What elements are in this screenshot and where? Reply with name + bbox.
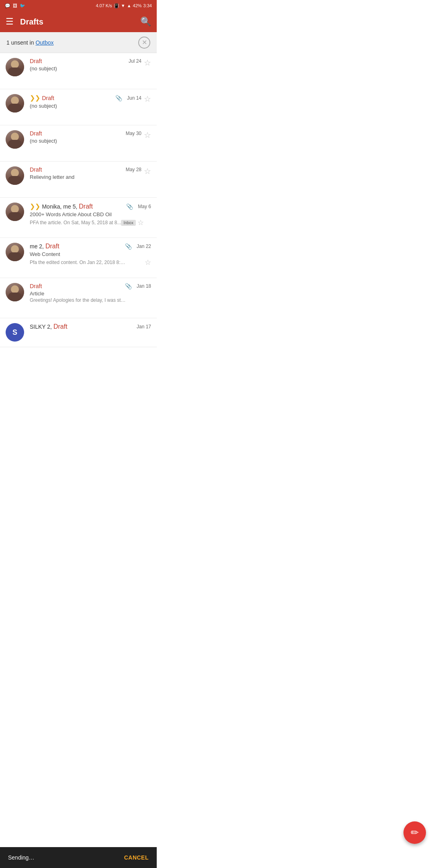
email-subject: (no subject)	[30, 138, 141, 144]
email-list: Draft Jul 24 (no subject) ☆ ❯❯ Draft	[0, 53, 157, 347]
email-preview-row: PFA the article. On Sat, May 5, 2018 at …	[30, 218, 151, 227]
email-actions: ☆	[144, 130, 151, 140]
email-header: SILKY 2, Draft Jan 17	[30, 323, 151, 330]
email-content: SILKY 2, Draft Jan 17	[30, 323, 151, 332]
menu-button[interactable]: ☰	[6, 16, 14, 27]
star-button[interactable]: ☆	[145, 258, 151, 267]
list-item[interactable]: ❯❯ Monika, me 5, Draft 📎 May 6 2000+ Wor…	[0, 198, 157, 238]
status-right: 4.07 K/s 📳 ▼ ▲ 42% 3:34	[96, 3, 152, 8]
email-header: Draft Jul 24	[30, 58, 141, 64]
email-actions: ☆	[144, 58, 151, 68]
email-sender: Draft	[30, 166, 42, 173]
list-item[interactable]: Draft 📎 Jan 18 Article Greetings! Apolog…	[0, 278, 157, 318]
email-sender: ❯❯ Draft	[30, 94, 54, 102]
email-date: May 28	[126, 167, 141, 172]
email-preview: PFA the article. On Sat, May 5, 2018 at …	[30, 220, 121, 225]
email-subject: Article	[30, 291, 151, 297]
email-sender: Draft	[30, 283, 42, 289]
list-item[interactable]: Draft May 28 Relieving letter and ☆	[0, 162, 157, 198]
draft-label: Draft	[79, 203, 93, 210]
email-actions: ☆	[144, 166, 151, 176]
email-subject: (no subject)	[30, 66, 141, 72]
gallery-icon: 🖼	[13, 3, 17, 8]
list-item[interactable]: me 2, Draft 📎 Jan 22 Web Content Pfa the…	[0, 238, 157, 278]
draft-label: Draft	[53, 323, 68, 330]
email-content: ❯❯ Monika, me 5, Draft 📎 May 6 2000+ Wor…	[30, 203, 151, 227]
attachment-icon: 📎	[126, 203, 133, 210]
email-sender: ❯❯ Monika, me 5, Draft	[30, 203, 93, 210]
email-content: me 2, Draft 📎 Jan 22 Web Content Pfa the…	[30, 243, 151, 267]
email-sender: SILKY 2, Draft	[30, 323, 68, 330]
email-subject: (no subject)	[30, 103, 141, 109]
attachment-icon: 📎	[125, 243, 132, 250]
avatar	[6, 243, 24, 261]
email-subject: Relieving letter and	[30, 174, 141, 180]
draft-label: Draft	[42, 95, 54, 101]
search-button[interactable]: 🔍	[140, 16, 151, 27]
whatsapp-icon: 💬	[5, 3, 10, 8]
sender-name: Monika, me 5,	[42, 203, 79, 210]
email-header: ❯❯ Monika, me 5, Draft 📎 May 6	[30, 203, 151, 210]
email-header: me 2, Draft 📎 Jan 22	[30, 243, 151, 250]
outbox-message: 1 unsent in Outbox	[6, 39, 54, 46]
email-date: Jan 18	[137, 283, 151, 289]
email-sender: Draft	[30, 58, 42, 64]
vibrate-icon: 📳	[114, 3, 119, 8]
speed-indicator: 4.07 K/s	[96, 3, 112, 8]
email-date: Jan 22	[137, 244, 151, 249]
avatar	[6, 94, 24, 113]
star-button[interactable]: ☆	[144, 94, 151, 104]
avatar	[6, 58, 24, 76]
email-content: Draft 📎 Jan 18 Article Greetings! Apolog…	[30, 283, 151, 303]
clock: 3:34	[143, 3, 152, 8]
email-subject: 2000+ Words Article About CBD Oil	[30, 211, 151, 217]
email-preview: Greetings! Apologies for the delay, I wa…	[30, 297, 126, 303]
status-bar: 💬 🖼 🐦 4.07 K/s 📳 ▼ ▲ 42% 3:34	[0, 0, 157, 11]
wifi-icon: ▼	[121, 3, 125, 8]
email-preview: Pfa the edited content. On Jan 22, 2018 …	[30, 260, 126, 265]
list-item[interactable]: ❯❯ Draft 📎 Jun 14 (no subject) ☆	[0, 89, 157, 125]
email-header: ❯❯ Draft 📎 Jun 14	[30, 94, 141, 102]
twitter-icon: 🐦	[20, 3, 25, 8]
email-header: Draft May 28	[30, 166, 141, 173]
email-date: May 6	[138, 204, 151, 209]
priority-icon: ❯❯	[30, 94, 40, 101]
outbox-banner: 1 unsent in Outbox ✕	[0, 32, 157, 53]
page-title: Drafts	[20, 17, 43, 27]
email-sender: me 2, Draft	[30, 243, 59, 250]
email-content: Draft Jul 24 (no subject)	[30, 58, 141, 72]
list-item[interactable]: Draft Jul 24 (no subject) ☆	[0, 53, 157, 89]
email-date: May 30	[126, 131, 141, 136]
sender-name: SILKY 2,	[30, 323, 53, 330]
list-item[interactable]: Draft May 30 (no subject) ☆	[0, 125, 157, 162]
outbox-link[interactable]: Outbox	[35, 39, 53, 46]
app-bar-left: ☰ Drafts	[6, 16, 43, 27]
email-date: Jul 24	[129, 58, 141, 64]
attachment-icon: 📎	[125, 283, 132, 289]
avatar	[6, 283, 24, 301]
email-content: ❯❯ Draft 📎 Jun 14 (no subject)	[30, 94, 141, 110]
star-button[interactable]: ☆	[144, 58, 151, 68]
email-header: Draft 📎 Jan 18	[30, 283, 151, 289]
email-header: Draft May 30	[30, 130, 141, 137]
star-button[interactable]: ☆	[144, 130, 151, 140]
email-date: Jan 17	[137, 324, 151, 330]
status-icons: 💬 🖼 🐦	[5, 3, 25, 8]
star-button[interactable]: ☆	[144, 166, 151, 176]
email-sender: Draft	[30, 130, 42, 137]
list-item[interactable]: S SILKY 2, Draft Jan 17	[0, 318, 157, 347]
avatar	[6, 203, 24, 221]
outbox-close-button[interactable]: ✕	[138, 37, 150, 49]
email-subject: Web Content	[30, 251, 151, 257]
attachment-icon: 📎	[115, 95, 122, 101]
star-button[interactable]: ☆	[137, 218, 144, 227]
email-content: Draft May 28 Relieving letter and	[30, 166, 141, 181]
priority-icon: ❯❯	[30, 203, 40, 210]
email-actions: ☆	[144, 94, 151, 104]
outbox-count-text: 1 unsent in	[6, 39, 35, 46]
signal-icon: ▲	[127, 3, 131, 8]
battery-level: 42%	[133, 3, 142, 8]
avatar: S	[6, 323, 24, 342]
draft-label: Draft	[45, 243, 59, 250]
avatar	[6, 166, 24, 185]
